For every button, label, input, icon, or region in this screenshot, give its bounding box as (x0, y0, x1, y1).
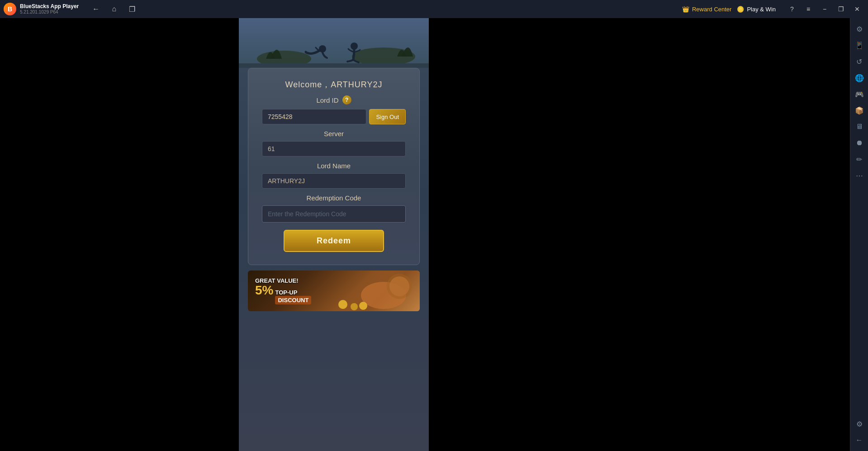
banner-text-area: GREAT VALUE! 5% TOP-UP DISCOUNT (255, 277, 311, 304)
sidebar-gear-icon[interactable]: ⚙ (852, 417, 867, 431)
sign-out-button[interactable]: Sign Out (369, 109, 406, 124)
lord-id-input[interactable] (262, 109, 366, 124)
question-button[interactable]: ? (785, 3, 799, 15)
multi-button[interactable]: ❐ (126, 3, 138, 15)
server-field (262, 141, 406, 157)
sidebar-record-icon[interactable]: ⏺ (852, 136, 867, 150)
svg-point-8 (387, 274, 412, 299)
app-title-text: BlueStacks App Player 5.21.201.1029 P64 (20, 3, 79, 15)
sidebar-controller-icon[interactable]: 🎮 (852, 87, 867, 101)
right-area (429, 18, 850, 451)
lord-id-help-button[interactable]: ? (342, 95, 351, 104)
banner-topup: TOP-UP (275, 289, 311, 296)
sidebar-settings-icon[interactable]: ⚙ (852, 22, 867, 36)
left-area (0, 18, 239, 451)
back-button[interactable]: ← (90, 3, 102, 15)
lord-name-label: Lord Name (262, 162, 406, 170)
title-bar-left: B BlueStacks App Player 5.21.201.1029 P6… (4, 3, 138, 15)
menu-button[interactable]: ≡ (801, 3, 816, 15)
play-win-button[interactable]: 🪙 Play & Win (737, 6, 776, 13)
sidebar-more-icon[interactable]: ⋯ (852, 168, 867, 183)
server-label: Server (262, 130, 406, 138)
reward-center-label: Reward Center (692, 6, 731, 13)
center-area: Welcome，ARTHURY2J Lord ID ? Sign Out Ser… (239, 18, 429, 451)
deco-top (239, 18, 429, 68)
title-bar: B BlueStacks App Player 5.21.201.1029 P6… (0, 0, 868, 18)
right-sidebar: ⚙ 📱 ↺ 🌐 🎮 📦 🖥 ⏺ ✏ ⋯ ⚙ ← (850, 18, 868, 451)
restore-button[interactable]: ❐ (834, 3, 848, 15)
minimize-button[interactable]: − (817, 3, 832, 15)
svg-rect-5 (239, 63, 429, 68)
home-button[interactable]: ⌂ (108, 3, 120, 15)
svg-point-9 (338, 300, 347, 309)
lord-id-field-row: Sign Out (262, 109, 406, 124)
title-bar-right: 👑 Reward Center 🪙 Play & Win ? ≡ − ❐ ✕ (682, 3, 864, 15)
question-icon: ? (345, 97, 348, 103)
lord-name-field (262, 173, 406, 189)
svg-point-11 (359, 302, 367, 310)
banner-area[interactable]: GREAT VALUE! 5% TOP-UP DISCOUNT (248, 271, 420, 311)
sidebar-rotate-icon[interactable]: ↺ (852, 54, 867, 69)
svg-point-10 (351, 303, 358, 310)
sidebar-location-icon[interactable]: 🌐 (852, 71, 867, 85)
play-win-label: Play & Win (747, 6, 776, 13)
app-name: BlueStacks App Player (20, 3, 79, 9)
title-controls: ? ≡ − ❐ ✕ (785, 3, 864, 15)
close-button[interactable]: ✕ (850, 3, 864, 15)
coin-icon: 🪙 (737, 6, 744, 13)
redemption-code-input[interactable] (262, 205, 406, 223)
banner-discount: DISCOUNT (275, 296, 311, 304)
sidebar-screenshot-icon[interactable]: 🖥 (852, 119, 867, 134)
title-bar-nav: ← ⌂ ❐ (90, 3, 138, 15)
app-logo: B (4, 3, 16, 15)
welcome-text: Welcome，ARTHURY2J (262, 79, 406, 90)
redeem-button[interactable]: Redeem (284, 230, 384, 252)
banner-percent: 5% (255, 284, 273, 297)
sidebar-screen-icon[interactable]: 📱 (852, 38, 867, 52)
redemption-code-label: Redemption Code (262, 194, 406, 202)
dialog-panel: Welcome，ARTHURY2J Lord ID ? Sign Out Ser… (248, 68, 420, 265)
sidebar-apk-icon[interactable]: 📦 (852, 103, 867, 118)
lord-id-label: Lord ID (316, 96, 338, 104)
lord-id-row: Lord ID ? (262, 95, 406, 104)
crown-icon: 👑 (682, 6, 689, 13)
sidebar-back-icon[interactable]: ← (852, 433, 867, 447)
sidebar-edit-icon[interactable]: ✏ (852, 152, 867, 166)
main-layout: Welcome，ARTHURY2J Lord ID ? Sign Out Ser… (0, 18, 868, 451)
reward-center-button[interactable]: 👑 Reward Center (682, 6, 731, 13)
banner-lion-decoration (329, 271, 420, 311)
app-version: 5.21.201.1029 P64 (20, 9, 79, 15)
